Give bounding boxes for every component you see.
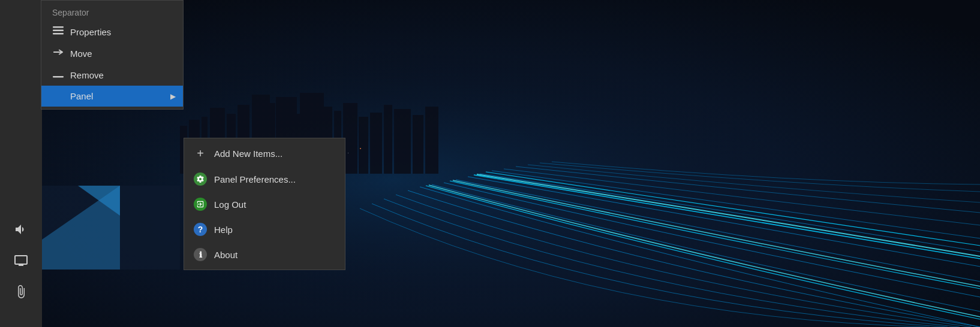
separator-label: Separator [41, 3, 183, 21]
svg-rect-43 [348, 153, 348, 153]
submenu: + Add New Items... Panel Preferences... … [184, 138, 345, 270]
remove-icon [52, 69, 64, 80]
menu-item-remove[interactable]: Remove [41, 64, 183, 86]
submenu-item-panel-preferences[interactable]: Panel Preferences... [184, 166, 345, 192]
panel-preferences-label: Panel Preferences... [214, 174, 296, 184]
about-label: About [214, 250, 238, 260]
svg-rect-20 [413, 115, 423, 174]
svg-rect-48 [53, 30, 64, 32]
svg-rect-34 [360, 148, 361, 149]
monitor-icon[interactable] [7, 247, 35, 274]
properties-icon [52, 26, 64, 37]
panel-submenu-arrow: ▶ [170, 92, 176, 101]
log-out-icon [194, 198, 207, 211]
svg-rect-50 [53, 76, 64, 78]
svg-rect-21 [425, 107, 438, 174]
submenu-item-add-new-items[interactable]: + Add New Items... [184, 141, 345, 166]
svg-rect-49 [53, 33, 64, 35]
move-icon [52, 48, 64, 59]
help-icon: ? [194, 223, 207, 236]
svg-rect-18 [384, 105, 392, 174]
add-icon: + [194, 147, 207, 161]
paperclip-icon[interactable] [7, 278, 35, 305]
context-menu: Separator Properties Move Remove Pane [41, 0, 184, 110]
menu-item-panel[interactable]: Panel ▶ [41, 86, 183, 107]
submenu-item-log-out[interactable]: Log Out [184, 192, 345, 217]
svg-rect-16 [359, 117, 368, 174]
help-label: Help [214, 225, 233, 235]
about-icon: ℹ [194, 248, 207, 261]
svg-rect-19 [394, 109, 411, 174]
submenu-item-help[interactable]: ? Help [184, 217, 345, 242]
svg-rect-17 [370, 113, 382, 174]
move-label: Move [70, 49, 92, 59]
svg-rect-47 [53, 26, 64, 28]
menu-item-properties[interactable]: Properties [41, 21, 183, 43]
menu-item-move[interactable]: Move [41, 43, 183, 64]
volume-icon[interactable] [7, 216, 35, 243]
properties-label: Properties [70, 27, 111, 37]
sidebar [0, 0, 42, 327]
panel-preferences-icon [194, 172, 207, 186]
submenu-item-about[interactable]: ℹ About [184, 242, 345, 267]
panel-label: Panel [70, 91, 93, 101]
remove-label: Remove [70, 70, 104, 80]
add-new-items-label: Add New Items... [214, 149, 282, 159]
log-out-label: Log Out [214, 199, 246, 210]
